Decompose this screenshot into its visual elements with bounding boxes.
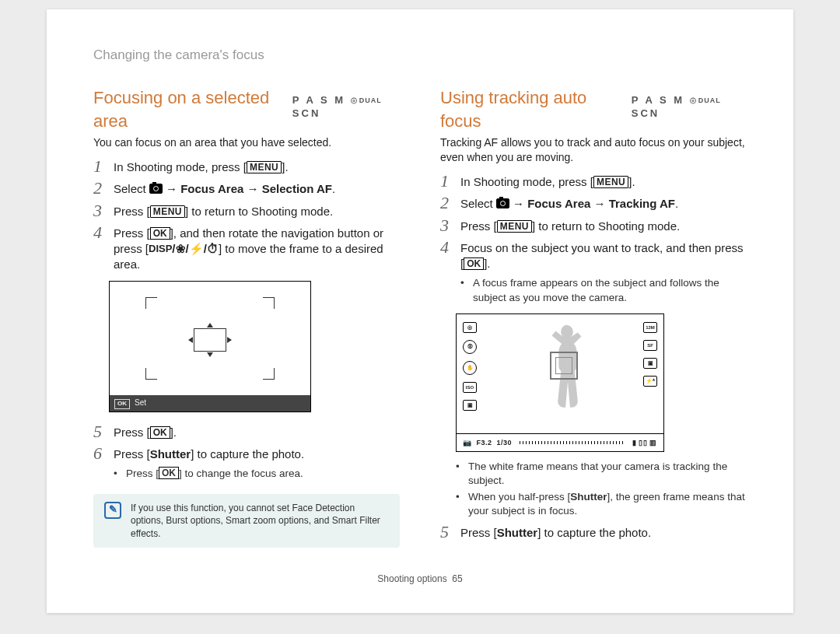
mode-badges: P A S M ⦾DUAL SCN xyxy=(632,93,747,121)
two-column-layout: Focusing on a selected area P A S M ⦾DUA… xyxy=(93,86,747,548)
selection-af-illustration: OKSet xyxy=(109,281,311,412)
quality-icon: SF xyxy=(643,340,657,351)
macro-icon: ❀ xyxy=(176,242,186,255)
exposure-info-bar: 📷 F3.2 1/30 ▮ ▯▯ ▥ xyxy=(457,433,663,451)
page-footer: Shooting options 65 xyxy=(93,573,747,585)
disp-button-label: DISP xyxy=(149,242,172,256)
section-title: Using tracking auto focus xyxy=(440,86,621,132)
flash-icon: ⚡ xyxy=(189,242,204,255)
flash-mode-icon: ⚡ᴬ xyxy=(643,376,657,387)
tracking-af-illustration: ◎ ⦿ ✋ ISO ▣ 12M SF ▣ ⚡ᴬ 📷 xyxy=(456,313,664,452)
metering-icon: ⦿ xyxy=(463,340,477,354)
manual-page: Changing the camera's focus Focusing on … xyxy=(47,9,793,613)
tracking-frame xyxy=(550,352,578,380)
section-title: Focusing on a selected area xyxy=(93,86,282,132)
mode-badges: P A S M ⦾DUAL SCN xyxy=(292,93,400,121)
size-icon: 12M xyxy=(643,322,657,333)
steps-list-cont: Press [Shutter] to capture the photo. xyxy=(440,524,747,541)
note-text: If you use this function, you cannot set… xyxy=(131,502,389,540)
timer-icon: ⏱ xyxy=(207,242,219,255)
ok-button-label: OK xyxy=(150,227,170,240)
steps-list: In Shooting mode, press [MENU]. Select →… xyxy=(93,158,400,273)
col-left: Focusing on a selected area P A S M ⦾DUA… xyxy=(93,86,400,548)
menu-button-label: MENU xyxy=(497,220,532,233)
ok-button-label: OK xyxy=(150,426,170,439)
section-intro: Tracking AF allows you to track and auto… xyxy=(440,135,747,165)
steps-list-cont: Press [OK]. Press [Shutter] to capture t… xyxy=(93,423,400,484)
running-head: Changing the camera's focus xyxy=(93,47,747,65)
shoot-cam-icon: 📷 xyxy=(463,438,472,447)
stabilizer-icon: ✋ xyxy=(463,361,477,375)
mode-icon: ◎ xyxy=(463,322,477,333)
ok-button-label: OK xyxy=(464,257,484,270)
note-icon: ✎ xyxy=(104,502,121,519)
steps-list: In Shooting mode, press [MENU]. Select →… xyxy=(440,173,747,307)
focus-icon: ▣ xyxy=(643,358,657,369)
focus-frame xyxy=(194,328,226,352)
menu-button-label: MENU xyxy=(247,161,282,173)
camera-icon xyxy=(149,184,163,194)
iso-icon: ISO xyxy=(463,382,477,393)
note-callout: ✎ If you use this function, you cannot s… xyxy=(93,494,400,548)
menu-button-label: MENU xyxy=(150,205,185,218)
menu-button-label: MENU xyxy=(593,176,628,188)
section-intro: You can focus on an area that you have s… xyxy=(93,135,400,150)
drive-icon: ▣ xyxy=(463,400,477,411)
camera-icon xyxy=(496,198,509,208)
col-right: Using tracking auto focus P A S M ⦾DUAL … xyxy=(440,86,747,548)
tracking-notes: The white frame means that your camera i… xyxy=(456,460,747,519)
